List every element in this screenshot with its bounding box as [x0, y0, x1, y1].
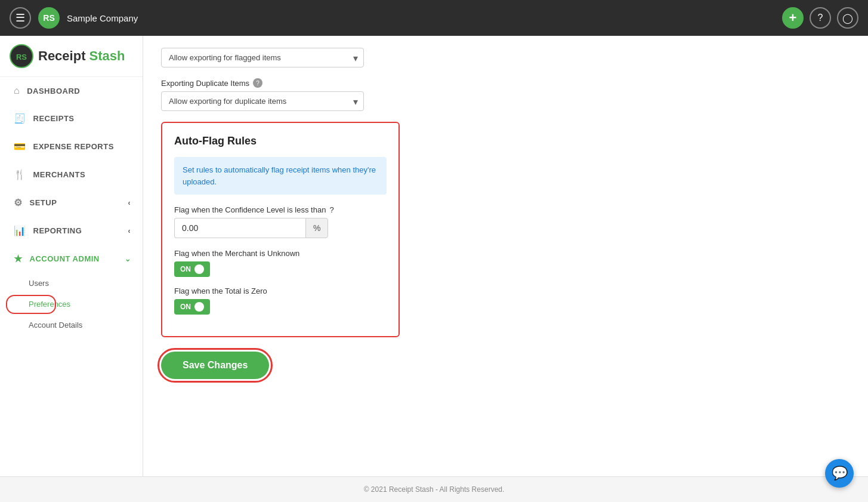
header-right: + ? ◯ — [782, 7, 858, 29]
company-name: Sample Company — [67, 13, 138, 23]
save-btn-wrap: Save Changes — [161, 352, 662, 379]
account-admin-chevron: ⌄ — [125, 255, 131, 263]
total-zero-group: Flag when the Total is Zero ON — [174, 287, 387, 315]
chat-fab-button[interactable]: 💬 — [825, 459, 854, 488]
merchant-unknown-toggle-row: ON — [174, 261, 387, 277]
merchants-icon: 🍴 — [14, 169, 26, 180]
logo-area: RS Receipt Stash — [0, 36, 143, 77]
toggle-circle-merchant — [194, 264, 204, 274]
hamburger-button[interactable]: ☰ — [10, 7, 31, 29]
merchant-unknown-label: Flag when the Merchant is Unknown — [174, 249, 387, 258]
app-name: Receipt Stash — [38, 48, 125, 64]
reporting-icon: 📊 — [14, 225, 26, 236]
save-changes-button[interactable]: Save Changes — [161, 352, 269, 379]
dashboard-icon: ⌂ — [14, 85, 20, 96]
logo-icon: RS — [10, 44, 33, 68]
confidence-group: Flag when the Confidence Level is less t… — [174, 205, 387, 238]
total-zero-toggle[interactable]: ON — [174, 299, 210, 315]
content-inner: Allow exporting for flagged items Export… — [143, 36, 680, 403]
nav-item-reporting[interactable]: 📊 REPORTING ‹ — [0, 217, 143, 245]
duplicate-items-label: Exporting Duplicate Items ? — [161, 78, 662, 88]
percent-badge: % — [305, 218, 328, 238]
flagged-items-select-wrapper: Allow exporting for flagged items — [161, 48, 364, 67]
main-content: Allow exporting for flagged items Export… — [143, 36, 868, 476]
sidebar-item-users[interactable]: Users — [0, 273, 143, 294]
auto-flag-title: Auto-Flag Rules — [174, 135, 387, 147]
confidence-help-icon[interactable]: ? — [329, 205, 333, 214]
duplicate-items-select-wrapper: Allow exporting for duplicate items — [161, 91, 364, 111]
hamburger-icon: ☰ — [16, 11, 25, 24]
nav-item-account-admin[interactable]: ★ ACCOUNT ADMIN ⌄ — [0, 245, 143, 273]
nav-item-merchants[interactable]: 🍴 MERCHANTS — [0, 161, 143, 189]
footer: © 2021 Receipt Stash - All Rights Reserv… — [0, 476, 868, 502]
chat-icon: 💬 — [832, 466, 848, 481]
total-zero-toggle-row: ON — [174, 299, 387, 315]
auto-flag-info-banner: Set rules to automatically flag receipt … — [174, 157, 387, 195]
auto-flag-box: Auto-Flag Rules Set rules to automatical… — [161, 122, 400, 337]
flagged-items-select[interactable]: Allow exporting for flagged items — [161, 48, 364, 67]
nav-item-expense-reports[interactable]: 💳 EXPENSE REPORTS — [0, 133, 143, 161]
sidebar-item-account-details[interactable]: Account Details — [0, 315, 143, 335]
help-button[interactable]: ? — [810, 7, 831, 29]
confidence-input[interactable] — [174, 218, 305, 238]
nav-item-setup[interactable]: ⚙ SETUP ‹ — [0, 189, 143, 217]
header-left: ☰ RS Sample Company — [10, 7, 138, 29]
expense-reports-icon: 💳 — [14, 141, 26, 152]
setup-chevron: ‹ — [128, 199, 131, 207]
help-icon: ? — [818, 13, 823, 23]
duplicate-items-select[interactable]: Allow exporting for duplicate items — [161, 91, 364, 111]
receipts-icon: 🧾 — [14, 113, 26, 124]
sidebar: RS Receipt Stash ⌂ DASHBOARD 🧾 RECEIPTS … — [0, 36, 143, 476]
user-icon: ◯ — [842, 13, 853, 24]
reporting-chevron: ‹ — [128, 227, 131, 235]
setup-icon: ⚙ — [14, 197, 23, 208]
account-admin-icon: ★ — [14, 253, 23, 264]
main-layout: RS Receipt Stash ⌂ DASHBOARD 🧾 RECEIPTS … — [0, 36, 868, 476]
duplicate-items-group: Exporting Duplicate Items ? Allow export… — [161, 78, 662, 111]
add-icon: + — [789, 10, 797, 26]
sidebar-item-preferences[interactable]: Preferences — [0, 294, 143, 315]
company-avatar: RS — [38, 7, 60, 29]
flagged-items-group: Allow exporting for flagged items — [161, 48, 662, 67]
duplicate-help-icon[interactable]: ? — [253, 78, 262, 88]
merchant-unknown-toggle[interactable]: ON — [174, 261, 210, 277]
total-zero-label: Flag when the Total is Zero — [174, 287, 387, 295]
add-button[interactable]: + — [782, 7, 804, 29]
confidence-label: Flag when the Confidence Level is less t… — [174, 205, 387, 214]
nav-item-receipts[interactable]: 🧾 RECEIPTS — [0, 104, 143, 133]
nav-item-dashboard[interactable]: ⌂ DASHBOARD — [0, 77, 143, 104]
merchant-unknown-group: Flag when the Merchant is Unknown ON — [174, 249, 387, 277]
confidence-input-wrap: % — [174, 218, 387, 238]
toggle-circle-total — [194, 302, 204, 312]
svg-text:RS: RS — [16, 53, 27, 61]
top-header: ☰ RS Sample Company + ? ◯ — [0, 0, 868, 36]
user-button[interactable]: ◯ — [837, 7, 858, 29]
